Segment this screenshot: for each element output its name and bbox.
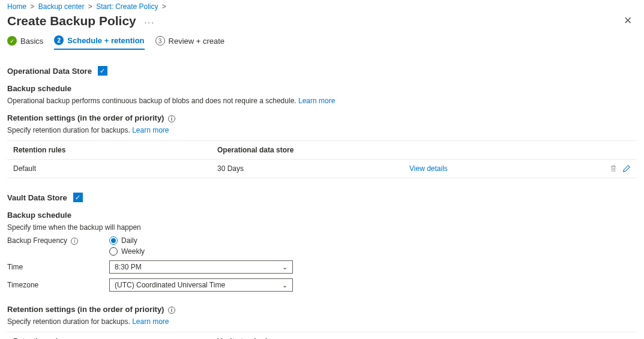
chevron-down-icon: ⌄ (282, 281, 287, 289)
table-row: Default 30 Days View details (7, 160, 637, 178)
delete-icon[interactable] (609, 164, 618, 173)
vds-backup-schedule-heading: Backup schedule (7, 202, 637, 220)
wizard-tabs: ✓ Basics 2 Schedule + retention 3 Review… (6, 34, 638, 50)
ods-backup-schedule-heading: Backup schedule (7, 76, 637, 93)
timezone-value: (UTC) Coordinated Universal Time (115, 281, 225, 289)
info-icon[interactable]: i (168, 115, 175, 122)
ods-retention-learn-more-link[interactable]: Learn more (132, 126, 169, 134)
more-icon[interactable]: ··· (138, 17, 155, 27)
edit-icon[interactable] (622, 164, 631, 173)
vds-retention-settings-heading: Retention settings (in the order of prio… (7, 305, 164, 314)
tab-basics[interactable]: ✓ Basics (7, 36, 43, 49)
ods-retention-table: Retention rules Operational data store D… (7, 140, 637, 178)
ods-col-retention-rules: Retention rules (13, 146, 217, 154)
breadcrumb: Home > Backup center > Start: Create Pol… (6, 0, 638, 12)
radio-icon (109, 236, 118, 245)
vds-retention-table: Retention rules Vault-standard Default 7… (7, 332, 637, 339)
check-icon: ✓ (7, 36, 17, 46)
chevron-right-icon: > (86, 2, 94, 11)
close-button[interactable]: ✕ (619, 12, 637, 29)
frequency-daily-label: Daily (121, 236, 137, 245)
frequency-daily-radio[interactable]: Daily (109, 236, 145, 245)
tab-basics-label: Basics (20, 37, 43, 46)
ods-col-operational-store: Operational data store (217, 146, 409, 154)
ods-view-details-link[interactable]: View details (409, 164, 448, 173)
time-select[interactable]: 8:30 PM ⌄ (109, 260, 293, 274)
timezone-select[interactable]: (UTC) Coordinated Universal Time ⌄ (109, 278, 293, 292)
vds-retention-description: Specify retention duration for backups. (7, 317, 130, 326)
frequency-weekly-label: Weekly (121, 247, 145, 256)
time-value: 8:30 PM (115, 263, 142, 271)
tab-review-label: Review + create (169, 37, 225, 46)
tab-schedule-retention[interactable]: 2 Schedule + retention (54, 35, 144, 50)
backup-frequency-label: Backup Frequency (7, 236, 67, 245)
operational-data-store-label: Operational Data Store (7, 67, 92, 76)
vault-data-store-label: Vault Data Store (7, 193, 67, 202)
timezone-label: Timezone (7, 281, 109, 289)
chevron-right-icon: > (160, 2, 168, 11)
ods-row-rule: Default (13, 164, 217, 173)
step-3-icon: 3 (155, 36, 165, 46)
page-title: Create Backup Policy (7, 14, 136, 28)
ods-row-store: 30 Days (217, 164, 409, 173)
breadcrumb-start-create-policy[interactable]: Start: Create Policy (96, 2, 158, 11)
tab-schedule-label: Schedule + retention (67, 36, 144, 45)
ods-retention-settings-heading: Retention settings (in the order of prio… (7, 113, 164, 122)
breadcrumb-backup-center[interactable]: Backup center (38, 2, 85, 11)
ods-schedule-description: Operational backup performs continuous b… (7, 97, 296, 105)
chevron-down-icon: ⌄ (282, 263, 287, 271)
breadcrumb-home[interactable]: Home (7, 2, 26, 11)
vds-retention-learn-more-link[interactable]: Learn more (132, 317, 169, 326)
frequency-weekly-radio[interactable]: Weekly (109, 247, 145, 256)
chevron-right-icon: > (28, 2, 36, 11)
vds-schedule-description: Specify time when the backup will happen (7, 220, 637, 232)
vault-data-store-checkbox[interactable]: ✓ (73, 193, 83, 202)
operational-data-store-checkbox[interactable]: ✓ (98, 66, 107, 76)
info-icon[interactable]: i (168, 307, 175, 314)
info-icon[interactable]: i (71, 238, 78, 245)
time-label: Time (7, 263, 109, 271)
tab-review-create[interactable]: 3 Review + create (155, 36, 225, 49)
ods-schedule-learn-more-link[interactable]: Learn more (298, 97, 335, 105)
radio-icon (109, 247, 118, 256)
step-2-icon: 2 (54, 35, 64, 45)
ods-retention-description: Specify retention duration for backups. (7, 126, 130, 134)
